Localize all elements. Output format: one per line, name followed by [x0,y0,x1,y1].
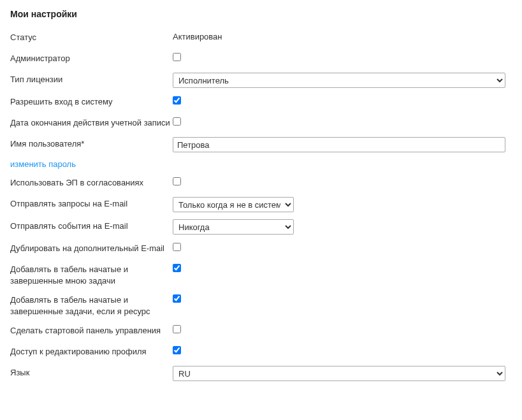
checkbox-administrator[interactable] [173,53,181,61]
label-add-timesheet-my-tasks: Добавлять в табель начатые и завершенные… [10,263,173,286]
select-language[interactable]: RU [173,366,505,381]
label-administrator: Администратор [10,52,173,64]
row-status: Статус Активирован [10,31,512,45]
label-status: Статус [10,31,173,43]
row-administrator: Администратор [10,52,512,66]
input-username[interactable] [173,137,505,152]
label-allow-login: Разрешить вход в систему [10,95,173,108]
row-license-type: Тип лицензии Исполнитель [10,73,512,88]
row-add-timesheet-resource: Добавлять в табель начатые и завершенные… [10,293,512,317]
label-use-ep: Использовать ЭП в согласованиях [10,176,173,189]
label-username: Имя пользователя* [10,137,173,150]
checkbox-use-ep[interactable] [173,177,181,185]
row-duplicate-email: Дублировать на дополнительный E-mail [10,242,512,256]
label-send-requests-email: Отправлять запросы на E-mail [10,197,173,210]
checkbox-start-dashboard[interactable] [173,325,181,333]
checkbox-profile-edit-access[interactable] [173,346,181,354]
checkbox-account-expiry[interactable] [173,117,181,126]
label-license-type: Тип лицензии [10,73,173,85]
select-send-events-email[interactable]: Никогда [173,219,294,235]
link-change-password[interactable]: изменить пароль [10,159,76,169]
row-start-dashboard: Сделать стартовой панель управления [10,324,512,338]
label-add-timesheet-resource: Добавлять в табель начатые и завершенные… [10,293,173,317]
select-send-requests-email[interactable]: Только когда я не в системе [173,197,294,212]
row-use-ep: Использовать ЭП в согласованиях [10,176,512,190]
page-title: Мои настройки [10,9,512,19]
row-send-events-email: Отправлять события на E-mail Никогда [10,219,512,235]
checkbox-allow-login[interactable] [173,96,181,105]
checkbox-add-timesheet-my-tasks[interactable] [173,264,181,272]
row-change-password: изменить пароль [10,159,512,169]
row-send-requests-email: Отправлять запросы на E-mail Только когд… [10,197,512,212]
checkbox-add-timesheet-resource[interactable] [173,294,181,303]
value-status: Активирован [173,31,222,41]
row-username: Имя пользователя* [10,137,512,152]
label-account-expiry: Дата окончания действия учетной записи [10,116,173,129]
row-account-expiry: Дата окончания действия учетной записи [10,116,512,130]
checkbox-duplicate-email[interactable] [173,243,181,251]
row-add-timesheet-my-tasks: Добавлять в табель начатые и завершенные… [10,263,512,286]
label-send-events-email: Отправлять события на E-mail [10,219,173,232]
row-profile-edit-access: Доступ к редактированию профиля [10,345,512,359]
select-license-type[interactable]: Исполнитель [173,73,505,88]
row-language: Язык RU [10,366,512,381]
label-duplicate-email: Дублировать на дополнительный E-mail [10,242,173,254]
label-profile-edit-access: Доступ к редактированию профиля [10,345,173,358]
label-language: Язык [10,366,173,379]
row-allow-login: Разрешить вход в систему [10,95,512,109]
label-start-dashboard: Сделать стартовой панель управления [10,324,173,337]
